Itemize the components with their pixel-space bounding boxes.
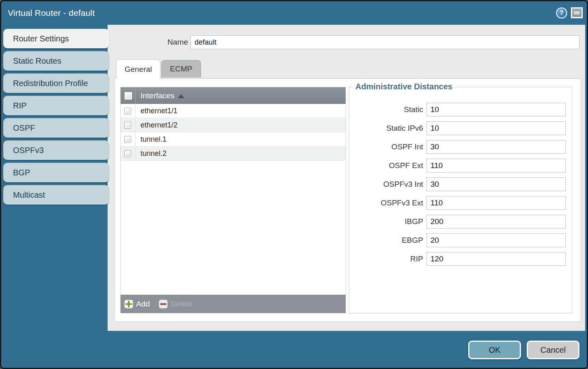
table-row[interactable]: tunnel.1 xyxy=(121,132,346,147)
ospf-int-label: OSPF Int xyxy=(349,142,426,151)
ospfv3-ext-input[interactable] xyxy=(426,196,566,210)
sidebar-item-bgp[interactable]: BGP xyxy=(3,163,109,182)
virtual-router-dialog: Virtual Router - default ? Router Settin… xyxy=(0,0,588,369)
general-tab-panel: Interfaces ethernet1/1 ethernet1/2 xyxy=(114,78,581,322)
interfaces-table: Interfaces ethernet1/1 ethernet1/2 xyxy=(120,87,346,313)
sort-asc-icon xyxy=(178,94,184,98)
ospfv3-int-input[interactable] xyxy=(426,177,566,191)
static-input[interactable] xyxy=(426,103,566,117)
column-divider xyxy=(135,132,136,147)
cancel-button[interactable]: Cancel xyxy=(527,341,579,359)
sidebar-item-static-routes[interactable]: Static Routes xyxy=(3,51,109,71)
administrative-distances-legend: Administrative Distances xyxy=(352,82,455,91)
interfaces-table-body: ethernet1/1 ethernet1/2 tunnel.1 xyxy=(121,104,346,295)
static-label: Static xyxy=(349,105,426,114)
ospf-ext-input[interactable] xyxy=(426,159,566,173)
add-button-label: Add xyxy=(136,300,150,309)
sidebar-item-router-settings[interactable]: Router Settings xyxy=(3,29,109,48)
ibgp-label: IBGP xyxy=(349,217,426,226)
field-row-ospf-int: OSPF Int xyxy=(349,140,572,154)
ebgp-input[interactable] xyxy=(426,233,566,247)
name-input[interactable] xyxy=(190,35,579,49)
field-row-static: Static xyxy=(349,103,572,117)
interfaces-header-label: Interfaces xyxy=(141,91,174,100)
static-ipv6-label: Static IPv6 xyxy=(349,124,426,133)
tab-general[interactable]: General xyxy=(116,59,160,79)
table-row[interactable]: ethernet1/2 xyxy=(121,118,346,132)
row-checkbox[interactable] xyxy=(124,122,131,129)
column-divider xyxy=(135,118,136,132)
rip-label: RIP xyxy=(349,255,426,263)
help-icon[interactable]: ? xyxy=(556,7,567,19)
name-label: Name xyxy=(144,35,188,49)
column-divider xyxy=(135,147,136,161)
sidebar-item-ospfv3[interactable]: OSPFv3 xyxy=(3,140,109,160)
row-checkbox[interactable] xyxy=(124,136,131,143)
delete-button-label: Delete xyxy=(171,300,193,309)
add-button[interactable]: Add xyxy=(124,300,150,309)
column-divider xyxy=(135,87,136,104)
interface-name: ethernet1/2 xyxy=(141,121,177,129)
ebgp-label: EBGP xyxy=(349,236,426,245)
ok-button[interactable]: OK xyxy=(468,341,521,359)
sidebar: Router Settings Static Routes Redistribu… xyxy=(3,29,109,207)
table-toolbar: Add Delete xyxy=(121,295,346,313)
ospfv3-int-label: OSPFv3 Int xyxy=(349,180,426,189)
row-checkbox[interactable] xyxy=(124,150,131,157)
sidebar-item-multicast[interactable]: Multicast xyxy=(3,185,109,205)
window-restore-icon-inner xyxy=(574,11,580,15)
row-checkbox[interactable] xyxy=(124,108,131,114)
table-row[interactable]: tunnel.2 xyxy=(121,147,346,161)
field-row-ospfv3-ext: OSPFv3 Ext xyxy=(349,196,572,210)
content-area: Name General ECMP Interfaces ethernet1/1 xyxy=(108,25,585,331)
field-row-static-ipv6: Static IPv6 xyxy=(349,121,572,135)
sidebar-item-redistribution-profile[interactable]: Redistribution Profile xyxy=(3,73,109,93)
field-row-ibgp: IBGP xyxy=(349,215,572,229)
sidebar-item-rip[interactable]: RIP xyxy=(3,96,109,115)
dialog-title: Virtual Router - default xyxy=(8,1,95,25)
ospfv3-ext-label: OSPFv3 Ext xyxy=(349,199,426,207)
administrative-distances-fields: Static Static IPv6 OSPF Int OSPF Ext xyxy=(349,87,572,266)
field-row-ospfv3-int: OSPFv3 Int xyxy=(349,177,572,191)
interface-name: ethernet1/1 xyxy=(141,107,177,115)
column-divider xyxy=(135,104,136,118)
ospf-ext-label: OSPF Ext xyxy=(349,161,426,170)
delete-button[interactable]: Delete xyxy=(159,300,193,309)
field-row-ospf-ext: OSPF Ext xyxy=(349,159,572,173)
minus-icon xyxy=(159,300,168,309)
interfaces-column-header[interactable]: Interfaces xyxy=(121,87,346,104)
field-row-rip: RIP xyxy=(349,252,572,266)
field-row-ebgp: EBGP xyxy=(349,233,572,247)
interface-name: tunnel.2 xyxy=(141,149,166,158)
sidebar-item-ospf[interactable]: OSPF xyxy=(3,118,109,138)
ospf-int-input[interactable] xyxy=(426,140,566,154)
table-row[interactable]: ethernet1/1 xyxy=(121,104,346,118)
ibgp-input[interactable] xyxy=(426,215,566,229)
tab-ecmp[interactable]: ECMP xyxy=(161,60,201,78)
static-ipv6-input[interactable] xyxy=(426,121,566,135)
administrative-distances-group: Administrative Distances Static Static I… xyxy=(349,87,572,313)
title-bar: Virtual Router - default ? xyxy=(1,1,587,25)
window-restore-icon[interactable] xyxy=(571,7,583,18)
select-all-checkbox[interactable] xyxy=(124,92,132,100)
interface-name: tunnel.1 xyxy=(141,135,166,144)
plus-icon xyxy=(124,300,133,309)
rip-input[interactable] xyxy=(426,252,566,266)
